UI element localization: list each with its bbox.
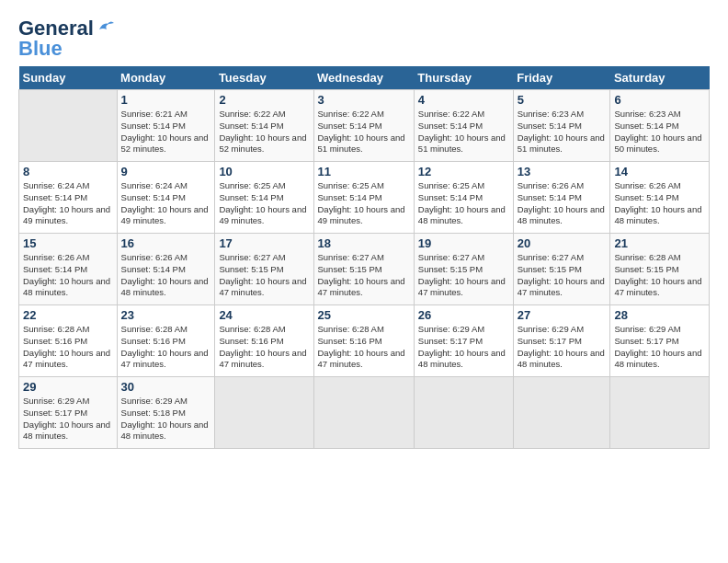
day-number: 23: [121, 308, 211, 322]
calendar-cell: 26 Sunrise: 6:29 AMSunset: 5:17 PMDaylig…: [414, 305, 513, 377]
calendar-cell: 29 Sunrise: 6:29 AMSunset: 5:17 PMDaylig…: [19, 377, 118, 449]
calendar-cell: 21 Sunrise: 6:28 AMSunset: 5:15 PMDaylig…: [610, 234, 710, 305]
day-of-week-header: Monday: [117, 66, 215, 90]
day-info: Sunrise: 6:28 AMSunset: 5:16 PMDaylight:…: [121, 324, 209, 369]
day-of-week-header: Tuesday: [215, 66, 313, 90]
day-number: 12: [418, 165, 509, 178]
day-number: 28: [614, 308, 705, 322]
calendar-page: General Blue SundayMondayTuesdayWednesda…: [0, 0, 728, 458]
day-number: 24: [219, 308, 309, 322]
day-number: 29: [23, 380, 113, 394]
calendar-cell: 17 Sunrise: 6:27 AMSunset: 5:15 PMDaylig…: [215, 234, 313, 305]
calendar-table: SundayMondayTuesdayWednesdayThursdayFrid…: [18, 66, 710, 449]
calendar-cell: 23 Sunrise: 6:28 AMSunset: 5:16 PMDaylig…: [117, 305, 215, 377]
day-number: 10: [219, 165, 309, 178]
day-info: Sunrise: 6:27 AMSunset: 5:15 PMDaylight:…: [518, 252, 605, 297]
calendar-cell: [313, 377, 414, 449]
day-info: Sunrise: 6:26 AMSunset: 5:14 PMDaylight:…: [518, 180, 605, 225]
day-info: Sunrise: 6:28 AMSunset: 5:16 PMDaylight:…: [219, 324, 306, 369]
day-number: 4: [418, 93, 509, 107]
day-of-week-header: Friday: [513, 66, 610, 90]
day-number: 27: [518, 308, 607, 322]
day-info: Sunrise: 6:27 AMSunset: 5:15 PMDaylight:…: [318, 252, 405, 297]
calendar-cell: 6 Sunrise: 6:23 AMSunset: 5:14 PMDayligh…: [610, 90, 710, 162]
day-number: 3: [318, 93, 410, 107]
day-of-week-header: Thursday: [414, 66, 513, 90]
day-info: Sunrise: 6:25 AMSunset: 5:14 PMDaylight:…: [418, 180, 506, 225]
day-info: Sunrise: 6:27 AMSunset: 5:15 PMDaylight:…: [418, 252, 506, 297]
day-info: Sunrise: 6:22 AMSunset: 5:14 PMDaylight:…: [318, 109, 405, 154]
day-number: 8: [23, 165, 113, 178]
calendar-cell: 8 Sunrise: 6:24 AMSunset: 5:14 PMDayligh…: [19, 162, 118, 234]
calendar-cell: [513, 377, 610, 449]
day-number: 21: [614, 236, 705, 250]
day-info: Sunrise: 6:29 AMSunset: 5:17 PMDaylight:…: [418, 324, 506, 369]
calendar-cell: 24 Sunrise: 6:28 AMSunset: 5:16 PMDaylig…: [215, 305, 313, 377]
calendar-cell: 11 Sunrise: 6:25 AMSunset: 5:14 PMDaylig…: [313, 162, 414, 234]
day-info: Sunrise: 6:29 AMSunset: 5:17 PMDaylight:…: [23, 396, 110, 441]
day-info: Sunrise: 6:24 AMSunset: 5:14 PMDaylight:…: [23, 180, 110, 225]
day-number: 2: [219, 93, 309, 107]
day-number: 5: [518, 93, 607, 107]
day-number: 1: [121, 93, 211, 107]
calendar-cell: 2 Sunrise: 6:22 AMSunset: 5:14 PMDayligh…: [215, 90, 313, 162]
header: General Blue: [18, 17, 710, 61]
calendar-cell: 3 Sunrise: 6:22 AMSunset: 5:14 PMDayligh…: [313, 90, 414, 162]
day-number: 14: [614, 165, 705, 178]
day-info: Sunrise: 6:22 AMSunset: 5:14 PMDaylight:…: [418, 109, 506, 154]
day-info: Sunrise: 6:23 AMSunset: 5:14 PMDaylight:…: [614, 109, 701, 154]
logo-blue: Blue: [18, 37, 63, 61]
calendar-cell: [19, 90, 118, 162]
day-info: Sunrise: 6:22 AMSunset: 5:14 PMDaylight:…: [219, 109, 306, 154]
day-of-week-header: Sunday: [19, 66, 118, 90]
day-number: 6: [614, 93, 705, 107]
day-info: Sunrise: 6:29 AMSunset: 5:18 PMDaylight:…: [121, 396, 209, 441]
day-info: Sunrise: 6:25 AMSunset: 5:14 PMDaylight:…: [318, 180, 405, 225]
day-info: Sunrise: 6:26 AMSunset: 5:14 PMDaylight:…: [614, 180, 701, 225]
day-number: 25: [318, 308, 410, 322]
week-row: 29 Sunrise: 6:29 AMSunset: 5:17 PMDaylig…: [19, 377, 710, 449]
calendar-cell: [215, 377, 313, 449]
calendar-cell: 22 Sunrise: 6:28 AMSunset: 5:16 PMDaylig…: [19, 305, 118, 377]
day-number: 19: [418, 236, 509, 250]
day-number: 13: [518, 165, 607, 178]
day-info: Sunrise: 6:21 AMSunset: 5:14 PMDaylight:…: [121, 109, 209, 154]
calendar-cell: 27 Sunrise: 6:29 AMSunset: 5:17 PMDaylig…: [513, 305, 610, 377]
day-info: Sunrise: 6:28 AMSunset: 5:16 PMDaylight:…: [318, 324, 405, 369]
calendar-cell: 15 Sunrise: 6:26 AMSunset: 5:14 PMDaylig…: [19, 234, 118, 305]
day-number: 30: [121, 380, 211, 394]
calendar-cell: 1 Sunrise: 6:21 AMSunset: 5:14 PMDayligh…: [117, 90, 215, 162]
calendar-cell: 16 Sunrise: 6:26 AMSunset: 5:14 PMDaylig…: [117, 234, 215, 305]
day-number: 18: [318, 236, 410, 250]
day-info: Sunrise: 6:26 AMSunset: 5:14 PMDaylight:…: [121, 252, 209, 297]
calendar-cell: [610, 377, 710, 449]
day-info: Sunrise: 6:27 AMSunset: 5:15 PMDaylight:…: [219, 252, 306, 297]
calendar-cell: 20 Sunrise: 6:27 AMSunset: 5:15 PMDaylig…: [513, 234, 610, 305]
day-number: 17: [219, 236, 309, 250]
day-number: 15: [23, 236, 113, 250]
calendar-cell: 28 Sunrise: 6:29 AMSunset: 5:17 PMDaylig…: [610, 305, 710, 377]
calendar-cell: [414, 377, 513, 449]
week-row: 8 Sunrise: 6:24 AMSunset: 5:14 PMDayligh…: [19, 162, 710, 234]
calendar-cell: 19 Sunrise: 6:27 AMSunset: 5:15 PMDaylig…: [414, 234, 513, 305]
calendar-cell: 5 Sunrise: 6:23 AMSunset: 5:14 PMDayligh…: [513, 90, 610, 162]
day-info: Sunrise: 6:25 AMSunset: 5:14 PMDaylight:…: [219, 180, 306, 225]
day-number: 16: [121, 236, 211, 250]
calendar-cell: 10 Sunrise: 6:25 AMSunset: 5:14 PMDaylig…: [215, 162, 313, 234]
calendar-cell: 30 Sunrise: 6:29 AMSunset: 5:18 PMDaylig…: [117, 377, 215, 449]
day-of-week-header: Wednesday: [313, 66, 414, 90]
day-header-row: SundayMondayTuesdayWednesdayThursdayFrid…: [19, 66, 710, 90]
calendar-cell: 14 Sunrise: 6:26 AMSunset: 5:14 PMDaylig…: [610, 162, 710, 234]
day-number: 11: [318, 165, 410, 178]
day-info: Sunrise: 6:24 AMSunset: 5:14 PMDaylight:…: [121, 180, 209, 225]
week-row: 15 Sunrise: 6:26 AMSunset: 5:14 PMDaylig…: [19, 234, 710, 305]
week-row: 22 Sunrise: 6:28 AMSunset: 5:16 PMDaylig…: [19, 305, 710, 377]
day-info: Sunrise: 6:29 AMSunset: 5:17 PMDaylight:…: [518, 324, 605, 369]
calendar-cell: 13 Sunrise: 6:26 AMSunset: 5:14 PMDaylig…: [513, 162, 610, 234]
day-info: Sunrise: 6:28 AMSunset: 5:15 PMDaylight:…: [614, 252, 701, 297]
day-info: Sunrise: 6:28 AMSunset: 5:16 PMDaylight:…: [23, 324, 110, 369]
calendar-cell: 18 Sunrise: 6:27 AMSunset: 5:15 PMDaylig…: [313, 234, 414, 305]
day-info: Sunrise: 6:26 AMSunset: 5:14 PMDaylight:…: [23, 252, 110, 297]
calendar-cell: 4 Sunrise: 6:22 AMSunset: 5:14 PMDayligh…: [414, 90, 513, 162]
calendar-cell: 12 Sunrise: 6:25 AMSunset: 5:14 PMDaylig…: [414, 162, 513, 234]
